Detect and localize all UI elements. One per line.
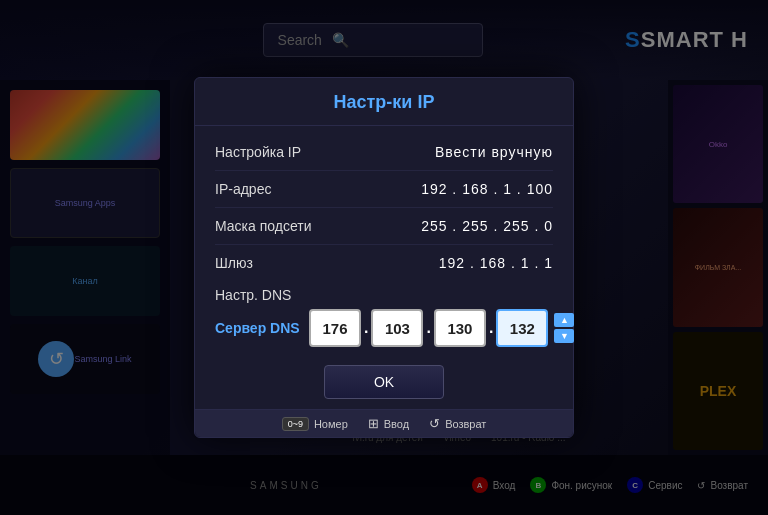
ip-settings-dialog: Настр-ки IP Настройка IP Ввести вручную … [194, 77, 574, 438]
db-item-number: 0~9 Номер [282, 417, 348, 431]
dns-field-2[interactable]: 103 [371, 309, 423, 347]
row-gateway: Шлюз 192 . 168 . 1 . 1 [215, 245, 553, 281]
ok-button-row: OK [195, 357, 573, 409]
db-item-enter: ⊞ Ввод [368, 416, 409, 431]
dns-dot-2: . [425, 319, 431, 337]
dns-down-arrow[interactable]: ▼ [554, 329, 574, 343]
enter-label: Ввод [384, 418, 409, 430]
dns-server-label: Сервер DNS [215, 320, 305, 336]
row-subnet: Маска подсети 255 . 255 . 255 . 0 [215, 208, 553, 245]
dns-field-1[interactable]: 176 [309, 309, 361, 347]
dns-field-3[interactable]: 130 [434, 309, 486, 347]
ip-config-value: Ввести вручную [435, 144, 553, 160]
dialog-overlay: Настр-ки IP Настройка IP Ввести вручную … [0, 0, 768, 515]
ok-button[interactable]: OK [324, 365, 444, 399]
number-label: Номер [314, 418, 348, 430]
gateway-label: Шлюз [215, 255, 253, 271]
dns-dot-3: . [488, 319, 494, 337]
gateway-value: 192 . 168 . 1 . 1 [439, 255, 553, 271]
dialog-title: Настр-ки IP [195, 78, 573, 126]
dns-fields: 176 . 103 . 130 . 132 ▲ [309, 309, 574, 347]
ip-config-label: Настройка IP [215, 144, 301, 160]
dns-field-4[interactable]: 132 [496, 309, 548, 347]
return-icon: ↺ [429, 416, 440, 431]
dns-server-row: Сервер DNS 176 . 103 . 130 . 132 [215, 309, 553, 347]
subnet-label: Маска подсети [215, 218, 312, 234]
dns-arrows: ▲ ▼ [554, 313, 574, 343]
number-badge: 0~9 [282, 417, 309, 431]
dialog-body: Настройка IP Ввести вручную IP-адрес 192… [195, 126, 573, 281]
row-ip-address: IP-адрес 192 . 168 . 1 . 100 [215, 171, 553, 208]
dns-section: Настр. DNS Сервер DNS 176 . 103 . 130 . [195, 281, 573, 347]
dns-up-arrow[interactable]: ▲ [554, 313, 574, 327]
enter-icon: ⊞ [368, 416, 379, 431]
dns-config-label: Настр. DNS [215, 287, 553, 303]
db-item-back: ↺ Возврат [429, 416, 486, 431]
return-label: Возврат [445, 418, 486, 430]
dns-dot-1: . [363, 319, 369, 337]
row-ip-config: Настройка IP Ввести вручную [215, 134, 553, 171]
ip-address-label: IP-адрес [215, 181, 271, 197]
dialog-bottom-bar: 0~9 Номер ⊞ Ввод ↺ Возврат [195, 409, 573, 437]
subnet-value: 255 . 255 . 255 . 0 [421, 218, 553, 234]
ip-address-value: 192 . 168 . 1 . 100 [421, 181, 553, 197]
